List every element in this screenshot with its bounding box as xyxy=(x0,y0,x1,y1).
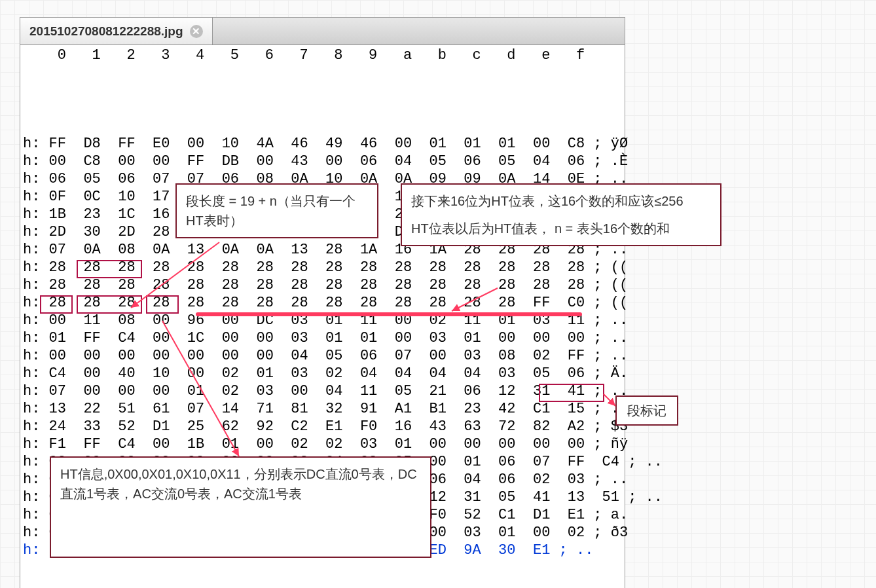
red-underline xyxy=(196,312,582,316)
tab-title: 2015102708081222288.jpg xyxy=(29,24,183,39)
hex-row: h: 13 22 51 61 07 14 71 81 32 91 A1 B1 2… xyxy=(23,400,622,418)
tab-bar: 2015102708081222288.jpg ✕ xyxy=(20,18,625,45)
hex-row: h: 28 28 28 28 28 28 28 28 28 28 28 28 2… xyxy=(23,276,622,294)
callout-seglen: 段长度 = 19 + n（当只有一个HT表时） xyxy=(175,183,378,238)
hex-row: h: 28 28 28 28 28 28 28 28 28 28 28 28 2… xyxy=(23,259,622,276)
callout-segmark: 段标记 xyxy=(615,395,678,426)
callout-bittable-l2: HT位表以后为HT值表， n = 表头16个数的和 xyxy=(411,219,711,238)
callout-seglen-text: 段长度 = 19 + n（当只有一个HT表时） xyxy=(186,194,356,228)
hex-row: h: 28 28 28 28 28 28 28 28 28 28 28 28 2… xyxy=(23,294,622,312)
close-icon[interactable]: ✕ xyxy=(190,25,203,38)
hex-row: h: C4 00 40 10 00 02 01 03 02 04 04 04 0… xyxy=(23,365,622,382)
hex-row: h: F1 FF C4 00 1B 01 00 02 02 03 01 00 0… xyxy=(23,435,622,453)
callout-bittable-l1: 接下来16位为HT位表，这16个数的和应该≤256 xyxy=(411,191,711,211)
file-tab[interactable]: 2015102708081222288.jpg ✕ xyxy=(20,18,213,45)
hex-header: 0 1 2 3 4 5 6 7 8 9 a b c d e f xyxy=(23,46,622,64)
hex-row: h: 00 00 00 00 00 00 00 04 05 06 07 00 0… xyxy=(23,347,622,365)
hex-row: h: 01 FF C4 00 1C 00 00 03 01 01 00 03 0… xyxy=(23,329,622,347)
hex-row: h: 07 00 00 00 01 02 03 00 04 11 05 21 0… xyxy=(23,382,622,400)
callout-htinfo: HT信息,0X00,0X01,0X10,0X11，分别表示DC直流0号表，DC直… xyxy=(50,456,431,558)
callout-htinfo-text: HT信息,0X00,0X01,0X10,0X11，分别表示DC直流0号表，DC直… xyxy=(60,467,417,501)
hex-row: h: 00 C8 00 00 FF DB 00 43 00 06 04 05 0… xyxy=(23,153,622,170)
hex-row: h: FF D8 FF E0 00 10 4A 46 49 46 00 01 0… xyxy=(23,135,622,153)
hex-row: h: 24 33 52 D1 25 62 92 C2 E1 F0 16 43 6… xyxy=(23,418,622,435)
callout-bittable: 接下来16位为HT位表，这16个数的和应该≤256 HT位表以后为HT值表， n… xyxy=(401,183,721,246)
callout-segmark-text: 段标记 xyxy=(627,403,666,418)
